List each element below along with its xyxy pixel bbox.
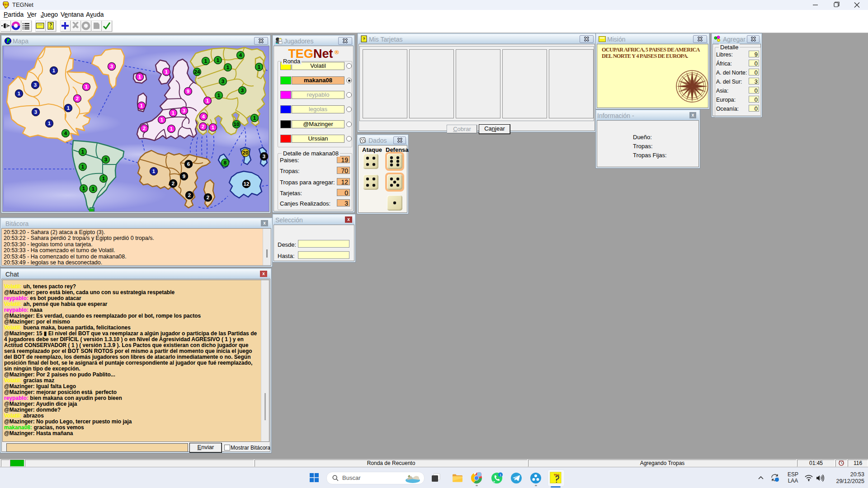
svg-text:8: 8 bbox=[224, 160, 227, 165]
svg-text:1: 1 bbox=[140, 103, 143, 108]
svg-text:1: 1 bbox=[160, 117, 164, 122]
svg-text:10: 10 bbox=[234, 122, 240, 127]
svg-text:4: 4 bbox=[64, 131, 67, 136]
svg-text:3: 3 bbox=[104, 157, 107, 162]
svg-text:2: 2 bbox=[207, 195, 209, 200]
svg-text:9: 9 bbox=[187, 89, 189, 94]
svg-text:1: 1 bbox=[152, 169, 156, 174]
svg-text:3: 3 bbox=[222, 79, 224, 84]
svg-text:1: 1 bbox=[217, 93, 221, 98]
svg-text:4: 4 bbox=[239, 52, 242, 58]
svg-text:1: 1 bbox=[81, 164, 85, 169]
svg-text:6: 6 bbox=[187, 161, 190, 167]
svg-text:1: 1 bbox=[212, 125, 215, 130]
svg-text:1: 1 bbox=[204, 58, 208, 64]
svg-text:1: 1 bbox=[82, 186, 85, 191]
svg-text:1: 1 bbox=[85, 84, 88, 89]
svg-text:2: 2 bbox=[188, 192, 191, 198]
svg-text:1: 1 bbox=[165, 69, 168, 75]
svg-text:?: ? bbox=[49, 23, 52, 28]
svg-text:3: 3 bbox=[34, 109, 37, 115]
svg-text:3: 3 bbox=[34, 82, 37, 88]
svg-text:1: 1 bbox=[48, 121, 51, 126]
svg-text:?: ? bbox=[363, 37, 365, 41]
svg-text:1: 1 bbox=[172, 110, 175, 116]
svg-text:2: 2 bbox=[143, 126, 146, 131]
svg-text:1: 1 bbox=[170, 126, 173, 131]
svg-text:1: 1 bbox=[138, 74, 142, 80]
svg-text:3: 3 bbox=[110, 64, 113, 69]
svg-text:1: 1 bbox=[226, 65, 230, 70]
svg-text:3: 3 bbox=[183, 108, 185, 113]
svg-text:1: 1 bbox=[81, 149, 85, 155]
svg-text:3: 3 bbox=[263, 154, 265, 159]
svg-text:3: 3 bbox=[241, 88, 244, 93]
svg-text:2: 2 bbox=[202, 124, 204, 129]
svg-text:20: 20 bbox=[243, 150, 249, 155]
svg-text:1: 1 bbox=[217, 57, 220, 63]
svg-text:1: 1 bbox=[52, 68, 56, 73]
svg-text:1: 1 bbox=[253, 115, 256, 121]
svg-text:1: 1 bbox=[500, 473, 502, 477]
svg-text:2: 2 bbox=[76, 96, 79, 101]
svg-text:1: 1 bbox=[206, 98, 209, 103]
svg-text:1: 1 bbox=[258, 64, 261, 70]
svg-text:1: 1 bbox=[18, 91, 21, 96]
svg-text:1: 1 bbox=[102, 176, 105, 181]
svg-text:1: 1 bbox=[92, 186, 95, 192]
svg-text:TEG: TEG bbox=[3, 3, 9, 6]
svg-text:1: 1 bbox=[67, 105, 70, 111]
svg-text:9: 9 bbox=[183, 174, 185, 179]
svg-text:4: 4 bbox=[202, 114, 205, 119]
svg-text:2: 2 bbox=[172, 181, 175, 186]
svg-text:24: 24 bbox=[194, 69, 200, 75]
svg-text:12: 12 bbox=[244, 181, 250, 187]
